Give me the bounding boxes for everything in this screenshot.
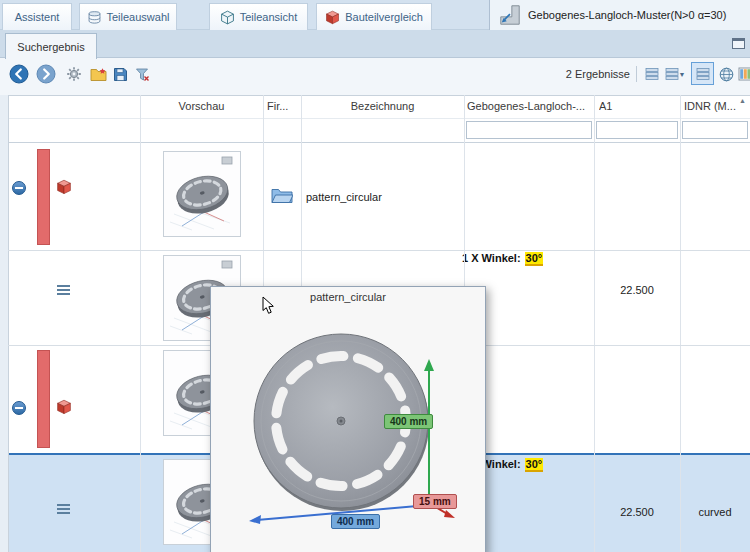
parameter-value-highlight: 30° <box>525 458 544 472</box>
column-header-bezeichnung[interactable]: Bezeichnung <box>301 100 464 112</box>
part-thumbnail-image <box>164 152 240 236</box>
collapse-minus-icon[interactable] <box>12 181 26 195</box>
red-part-icon <box>56 399 72 415</box>
dimension-label-depth: 15 mm <box>413 494 457 509</box>
pattern-selector[interactable]: Gebogenes-Langloch-Muster(N>0 α=30) <box>489 0 750 30</box>
column-header-a1[interactable]: A1 <box>599 100 677 112</box>
tab-teileauswahl[interactable]: Teileauswahl <box>79 3 177 30</box>
popup-title: pattern_circular <box>211 291 485 303</box>
filter-input-a1[interactable] <box>596 121 678 139</box>
document-tab-bar <box>0 30 750 58</box>
column-table-button[interactable] <box>735 64 750 84</box>
a1-value: 22.500 <box>594 284 680 296</box>
tab-teileansicht[interactable]: Teileansicht <box>209 3 308 30</box>
tab-teileansicht-label: Teileansicht <box>240 11 297 23</box>
dimension-label-vertical: 400 mm <box>384 414 433 429</box>
part-preview-thumbnail[interactable] <box>163 151 241 237</box>
forward-button[interactable] <box>36 64 56 84</box>
gear-icon <box>66 66 82 82</box>
toolbar-separator <box>636 66 637 82</box>
forward-icon <box>36 64 56 84</box>
list-view-dropdown-icon <box>665 67 679 81</box>
favorites-folder-button[interactable] <box>88 64 108 84</box>
parameter-value-highlight: 30° <box>525 252 544 266</box>
filter-input-gebogenes-langloch[interactable] <box>466 121 592 139</box>
chevron-down-icon: ▼ <box>679 71 686 78</box>
menu-lines-icon[interactable] <box>57 504 70 514</box>
save-button[interactable] <box>110 64 130 84</box>
layers-icon <box>87 10 102 25</box>
cursor-icon <box>262 296 275 315</box>
folder-icon <box>271 187 293 204</box>
tab-suchergebnis-label: Suchergebnis <box>17 41 84 53</box>
menu-lines-icon[interactable] <box>57 285 70 295</box>
list-view-dropdown-button[interactable]: ▼ <box>662 64 688 84</box>
settings-button[interactable] <box>64 64 84 84</box>
match-indicator-bar <box>37 149 50 245</box>
back-icon <box>9 64 29 84</box>
list-view-icon <box>645 67 659 81</box>
collapse-minus-icon[interactable] <box>12 401 26 415</box>
globe-icon <box>719 67 734 82</box>
column-header-firma[interactable]: Fir... <box>267 100 299 112</box>
parameter-label: 1 X Winkel: <box>462 252 521 264</box>
back-button[interactable] <box>9 64 29 84</box>
list-view-button[interactable] <box>642 64 662 84</box>
pattern-icon <box>498 3 522 27</box>
preview-popup: pattern_circular 400 mm 15 mm 400 mm <box>210 286 486 552</box>
tab-bauteilvergleich-label: Bauteilvergleich <box>345 11 423 23</box>
compare-icon <box>325 10 340 25</box>
tab-assistent[interactable]: Assistent <box>2 3 72 30</box>
pattern-selector-label: Gebogenes-Langloch-Muster(N>0 α=30) <box>528 9 740 21</box>
bezeichnung-value: pattern_circular <box>306 191 461 203</box>
red-part-icon <box>56 179 72 195</box>
grid-view-active-button[interactable] <box>691 62 714 85</box>
filter-input-idnr[interactable] <box>682 121 748 139</box>
parameter-match: 1 X Winkel:30° <box>462 252 543 264</box>
filter-button[interactable] <box>132 64 152 84</box>
grid-view-active-icon <box>696 67 710 81</box>
cube-icon <box>220 10 235 25</box>
column-header-vorschau[interactable]: Vorschau <box>140 100 263 112</box>
folder-favorites-icon <box>90 67 107 82</box>
save-icon <box>113 67 128 82</box>
tab-bauteilvergleich[interactable]: Bauteilvergleich <box>316 3 432 30</box>
globe-button[interactable] <box>716 64 736 84</box>
column-table-icon <box>738 67 750 81</box>
idnr-value: curved <box>680 506 750 518</box>
restore-window-icon[interactable] <box>732 38 745 49</box>
results-count: 2 Ergebnisse <box>548 68 630 80</box>
dimension-label-horizontal: 400 mm <box>331 514 380 529</box>
match-indicator-bar <box>37 350 50 448</box>
column-sort-indicator: ▲ <box>739 97 746 104</box>
a1-value: 22.500 <box>594 506 680 518</box>
filter-icon <box>135 67 150 82</box>
column-header-gebogenes-langloch[interactable]: Gebogenes-Langloch-... <box>467 100 592 112</box>
application-window: Assistent Teileauswahl Teileansicht Baut… <box>0 0 750 552</box>
tab-suchergebnis[interactable]: Suchergebnis <box>5 33 97 59</box>
tab-teileauswahl-label: Teileauswahl <box>107 11 170 23</box>
tab-assistent-label: Assistent <box>15 11 60 23</box>
header-divider <box>8 118 750 119</box>
